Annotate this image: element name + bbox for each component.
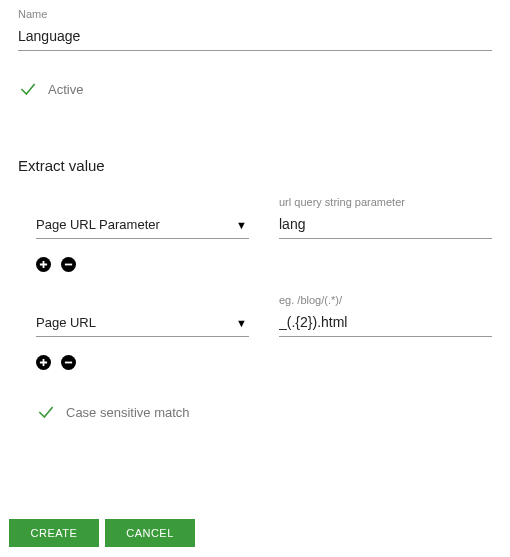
extract-rows: Page URL Parameter ▼ url query string pa… <box>18 196 492 370</box>
select-value: Page URL Parameter <box>36 217 160 232</box>
remove-row-button[interactable] <box>61 355 76 370</box>
name-field: Name <box>18 8 492 51</box>
chevron-down-icon: ▼ <box>236 219 247 231</box>
name-input[interactable] <box>18 22 492 51</box>
extract-row: Page URL ▼ eg. /blog/(.*)/ <box>36 294 492 337</box>
param-input[interactable] <box>279 210 492 239</box>
chevron-down-icon: ▼ <box>236 317 247 329</box>
create-button[interactable]: CREATE <box>9 519 99 547</box>
pattern-input[interactable] <box>279 308 492 337</box>
param-label: url query string parameter <box>279 196 492 208</box>
extract-type-select[interactable]: Page URL ▼ <box>36 309 249 337</box>
name-label: Name <box>18 8 492 20</box>
extract-value-heading: Extract value <box>18 157 492 174</box>
select-value: Page URL <box>36 315 96 330</box>
active-label: Active <box>48 82 83 97</box>
row-actions <box>36 355 492 370</box>
footer-actions: CREATE CANCEL <box>9 519 195 547</box>
case-sensitive-checkbox[interactable]: Case sensitive match <box>36 402 492 422</box>
case-sensitive-label: Case sensitive match <box>66 405 190 420</box>
active-checkbox[interactable]: Active <box>18 79 492 99</box>
remove-row-button[interactable] <box>61 257 76 272</box>
checkmark-icon <box>18 79 38 99</box>
add-row-button[interactable] <box>36 257 51 272</box>
add-row-button[interactable] <box>36 355 51 370</box>
row-actions <box>36 257 492 272</box>
cancel-button[interactable]: CANCEL <box>105 519 195 547</box>
pattern-label: eg. /blog/(.*)/ <box>279 294 492 306</box>
checkmark-icon <box>36 402 56 422</box>
extract-row: Page URL Parameter ▼ url query string pa… <box>36 196 492 239</box>
extract-type-select[interactable]: Page URL Parameter ▼ <box>36 211 249 239</box>
